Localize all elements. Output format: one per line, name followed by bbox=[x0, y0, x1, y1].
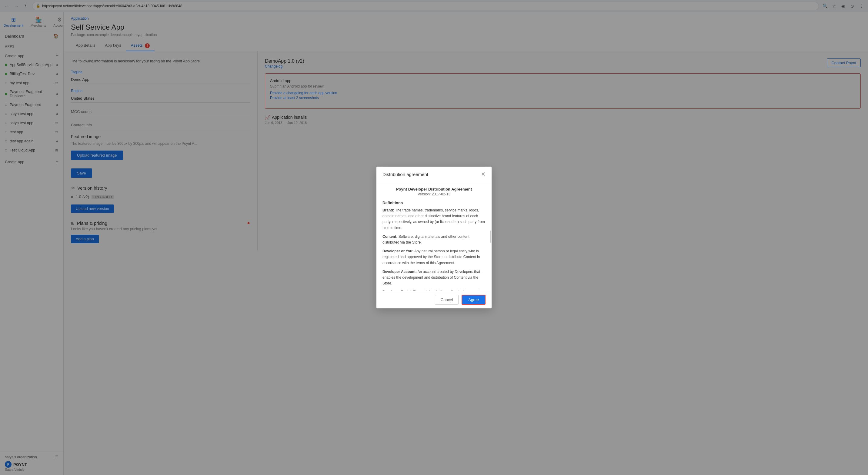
modal-doc-version: Version: 2017-02-13 bbox=[382, 192, 486, 196]
definitions-title: Definitions bbox=[382, 200, 486, 205]
scrollbar bbox=[490, 230, 491, 243]
modal-para-devportal: Developer Portal: The portal and other o… bbox=[382, 289, 486, 291]
modal-body[interactable]: Poynt Developer Distribution Agreement V… bbox=[376, 182, 492, 291]
modal-para-developer: Developer or You: Any natural person or … bbox=[382, 248, 486, 266]
modal-close-button[interactable]: ✕ bbox=[481, 171, 486, 177]
modal-doc-title: Poynt Developer Distribution Agreement bbox=[382, 187, 486, 191]
distribution-agreement-modal: Distribution agreement ✕ Poynt Developer… bbox=[376, 167, 492, 308]
modal-footer: Cancel Agree bbox=[376, 291, 492, 308]
modal-title: Distribution agreement bbox=[382, 172, 428, 177]
modal-content: Poynt Developer Distribution Agreement V… bbox=[376, 182, 492, 291]
modal-cancel-button[interactable]: Cancel bbox=[435, 295, 459, 305]
modal-para-content: Content: Software, digital materials and… bbox=[382, 234, 486, 245]
modal-para-devaccount: Developer Account: An account created by… bbox=[382, 269, 486, 287]
modal-agree-button[interactable]: Agree bbox=[462, 295, 486, 305]
modal-overlay[interactable]: Distribution agreement ✕ Poynt Developer… bbox=[0, 0, 868, 475]
modal-header: Distribution agreement ✕ bbox=[376, 167, 492, 182]
modal-para-brand: Brand: The trade names, trademarks, serv… bbox=[382, 208, 486, 231]
